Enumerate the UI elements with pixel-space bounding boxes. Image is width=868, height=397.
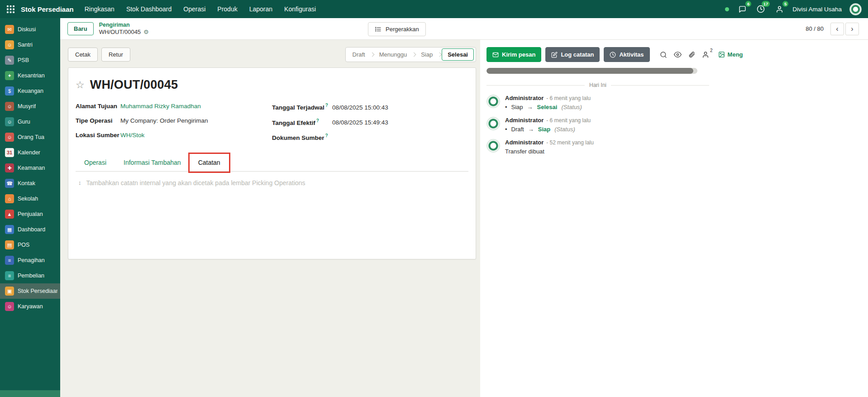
- kesantrian-icon: ✦: [5, 71, 14, 80]
- retur-button[interactable]: Retur: [101, 48, 130, 62]
- form-sheet: ☆ WH/OUT/00045 Alamat Tujuan Muhammad Ri…: [68, 67, 476, 259]
- eye-icon[interactable]: [674, 51, 682, 58]
- message-header: Administrator - 52 menit yang lalu: [505, 139, 594, 146]
- sidebar-item-label: Stok Persediaan: [18, 288, 57, 294]
- kontak-icon: ☎: [5, 179, 14, 188]
- sidebar-item-penjualan[interactable]: ▲ Penjualan: [0, 206, 60, 222]
- user-avatar[interactable]: [849, 3, 862, 15]
- sidebar-item-label: Keuangan: [18, 88, 43, 94]
- drag-handle-icon[interactable]: ↕: [78, 179, 81, 186]
- field-value: 08/08/2025 15:00:43: [332, 104, 388, 111]
- arrow-right-icon: →: [527, 104, 533, 110]
- sidebar-item-psb[interactable]: ✎ PSB: [0, 53, 60, 68]
- status-step-draft[interactable]: Draft: [347, 48, 371, 62]
- followers-icon[interactable]: 2: [702, 51, 709, 58]
- menu-laporan[interactable]: Laporan: [249, 5, 272, 13]
- sidebar-item-penagihan[interactable]: ≡ Penagihan: [0, 253, 60, 268]
- chatter-message: Administrator - 52 menit yang lalu Trans…: [486, 139, 706, 155]
- sidebar-item-karyawan[interactable]: ☺ Karyawan: [0, 299, 60, 314]
- search-icon[interactable]: [660, 51, 667, 58]
- cetak-button[interactable]: Cetak: [68, 48, 98, 62]
- sidebar-item-diskusi[interactable]: ✉ Diskusi: [0, 22, 60, 37]
- app-title[interactable]: Stok Persediaan: [21, 5, 74, 13]
- send-message-button[interactable]: Kirim pesan: [486, 47, 541, 62]
- orang-tua-icon: ☺: [5, 133, 14, 142]
- menu-produk[interactable]: Produk: [217, 5, 237, 13]
- field-column-right: Tanggal Terjadwal? 08/08/2025 15:00:43 T…: [272, 103, 468, 148]
- followers-count: 2: [710, 48, 713, 53]
- internal-note-input[interactable]: Tambahkan catatn internal yang akan dice…: [86, 179, 305, 187]
- sidebar-item-kontak[interactable]: ☎ Kontak: [0, 176, 60, 191]
- favorite-star-icon[interactable]: ☆: [76, 79, 85, 91]
- statusbar: Draft Menunggu Siap Selesai: [345, 47, 476, 62]
- content-body: Cetak Retur Draft Menunggu Siap Selesai: [60, 40, 868, 397]
- envelope-icon: [492, 52, 499, 58]
- requests-icon[interactable]: 5: [774, 4, 785, 14]
- help-icon[interactable]: ?: [316, 118, 319, 123]
- field-value: My Company: Order Pengiriman: [120, 117, 208, 124]
- sidebar-item-pos[interactable]: ▤ POS: [0, 237, 60, 253]
- message-body: • Siap → Selesai (Status): [505, 104, 591, 110]
- tab-informasi-tambahan[interactable]: Informasi Tambahan: [115, 154, 190, 171]
- document-title: WH/OUT/00045: [90, 78, 178, 92]
- sidebar-item-santri[interactable]: ☺ Santri: [0, 37, 60, 53]
- field-value-link[interactable]: Muhammad Rizky Ramadhan: [120, 103, 201, 110]
- status-step-menunggu[interactable]: Menunggu: [373, 48, 413, 62]
- status-step-siap[interactable]: Siap: [415, 48, 439, 62]
- menu-operasi[interactable]: Operasi: [183, 5, 205, 13]
- sidebar-item-label: Penjualan: [18, 211, 43, 217]
- activities-icon[interactable]: 17: [755, 4, 766, 14]
- menu-ringkasan[interactable]: Ringkasan: [85, 5, 114, 13]
- app-window: Stok Persediaan Ringkasan Stok Dashboard…: [0, 0, 868, 397]
- sidebar-item-pembelian[interactable]: ≡ Pembelian: [0, 268, 60, 283]
- message-text: Transfer dibuat: [505, 148, 544, 155]
- gear-icon[interactable]: ⚙: [143, 29, 149, 36]
- message-author[interactable]: Administrator: [505, 95, 544, 101]
- sidebar-item-keuangan[interactable]: $ Keuangan: [0, 83, 60, 99]
- menu-konfigurasi[interactable]: Konfigurasi: [284, 5, 316, 13]
- sidebar-item-musyrif[interactable]: ☺ Musyrif: [0, 99, 60, 114]
- sidebar-item-guru[interactable]: ☺ Guru: [0, 114, 60, 129]
- log-note-button[interactable]: Log catatan: [545, 47, 600, 62]
- field-value: 08/08/2025 15:49:43: [332, 119, 388, 126]
- field-value-link[interactable]: WH/Stok: [120, 132, 144, 139]
- breadcrumb-parent[interactable]: Pengiriman: [99, 22, 149, 29]
- paperclip-icon[interactable]: [688, 51, 695, 58]
- activity-button[interactable]: Aktivitas: [604, 47, 649, 62]
- pager-next-button[interactable]: ›: [845, 23, 859, 35]
- sidebar-item-dashboard[interactable]: ▦ Dashboard: [0, 222, 60, 237]
- status-step-selesai[interactable]: Selesai: [442, 48, 474, 61]
- musyrif-icon: ☺: [5, 102, 14, 111]
- chatter-icon-strip: 2: [660, 51, 709, 58]
- sidebar-item-kalender[interactable]: 31 Kalender: [0, 145, 60, 160]
- messages-icon[interactable]: 6: [737, 4, 748, 14]
- activity-label: Aktivitas: [619, 51, 644, 58]
- sidebar-item-keamanan[interactable]: ✚ Keamanan: [0, 160, 60, 176]
- sidebar-item-sekolah[interactable]: ⌂ Sekolah: [0, 191, 60, 206]
- sidebar-item-label: Kesantrian: [18, 72, 45, 79]
- new-button[interactable]: Baru: [67, 22, 94, 35]
- field-grid: Alamat Tujuan Muhammad Rizky Ramadhan Ti…: [76, 103, 468, 148]
- help-icon[interactable]: ?: [325, 103, 328, 108]
- pergerakkan-label: Pergerakkan: [386, 26, 419, 33]
- sidebar-item-orang-tua[interactable]: ☺ Orang Tua: [0, 129, 60, 145]
- tab-catatan[interactable]: Catatan: [190, 154, 229, 171]
- message-author[interactable]: Administrator: [505, 117, 544, 124]
- menu-stok-dashboard[interactable]: Stok Dashboard: [126, 5, 172, 13]
- scroll-progress-bar[interactable]: [486, 68, 697, 74]
- pergerakkan-button[interactable]: Pergerakkan: [368, 22, 426, 36]
- scroll-progress-fill: [486, 68, 693, 74]
- sidebar-item-kesantrian[interactable]: ✦ Kesantrian: [0, 68, 60, 83]
- pager-prev-button[interactable]: ‹: [830, 23, 844, 35]
- tab-operasi[interactable]: Operasi: [76, 154, 115, 171]
- pager-count: 80 / 80: [806, 25, 824, 32]
- follow-button[interactable]: Meng: [718, 51, 743, 58]
- company-switcher[interactable]: Divisi Amal Usaha: [792, 6, 842, 13]
- apps-grid-icon[interactable]: [5, 3, 16, 15]
- sidebar-item-label: PSB: [18, 57, 29, 63]
- follow-label: Meng: [728, 51, 743, 58]
- sidebar-item-stok-persediaan[interactable]: ▣ Stok Persediaan: [0, 283, 60, 299]
- help-icon[interactable]: ?: [325, 133, 328, 138]
- message-author[interactable]: Administrator: [505, 139, 544, 146]
- bullet-icon: •: [505, 104, 507, 110]
